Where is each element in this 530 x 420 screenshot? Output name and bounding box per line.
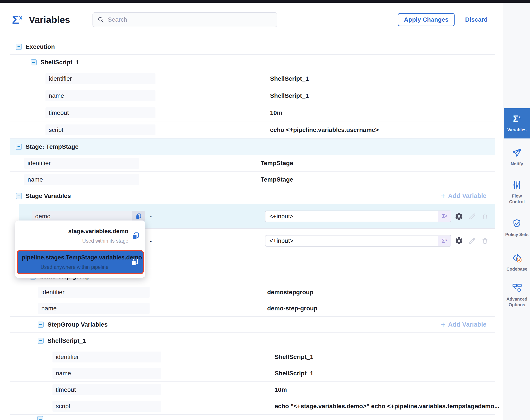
sg-name-label: name <box>38 303 149 314</box>
sigma-glyph: Σ <box>12 14 19 26</box>
sg-step-script-value: echo "<+stage.variables.demo>" echo <+pi… <box>275 403 499 410</box>
collapse-icon-stage-variables[interactable] <box>16 193 22 199</box>
sg-step-timeout-label: timeout <box>52 384 161 395</box>
tree-row-stepgroup-variables: StepGroup Variables + Add Variable <box>10 316 495 333</box>
nav-item-variables[interactable]: Σ x Variables <box>504 108 530 138</box>
sigma-glyph: Σ <box>513 114 518 123</box>
add-variable-label: Add Variable <box>448 192 486 199</box>
variable-row-actions <box>455 237 489 245</box>
trash-icon <box>481 237 489 245</box>
nav-item-advanced-options[interactable]: Advanced Options <box>504 279 530 312</box>
expression-option-pipeline-scope-selected[interactable]: pipeline.stages.TempStage.variables.demo… <box>17 250 144 274</box>
browser-top-strip <box>0 0 530 3</box>
expression-toggle-button[interactable]: Σ x <box>438 211 451 222</box>
expression-usage: Used anywhere within pipeline <box>22 264 128 270</box>
field-row-sg-identifier: identifier demostepgroup <box>10 284 495 300</box>
nav-item-policy-sets[interactable]: Policy Sets <box>504 211 530 244</box>
nav-item-notify[interactable]: Notify <box>504 144 530 170</box>
variable-edit-button[interactable] <box>468 212 476 221</box>
stepgroup-variables-label: StepGroup Variables <box>47 321 108 328</box>
variable-value-input[interactable]: <+input> Σ x <box>265 235 451 247</box>
add-variable-button-stage[interactable]: + Add Variable <box>441 192 486 200</box>
copy-icon <box>131 258 139 267</box>
tree-row-partial <box>10 415 495 420</box>
collapse-icon-partial[interactable] <box>37 416 43 420</box>
variable-name-input[interactable]: demo <box>32 211 145 222</box>
copy-variable-name-button[interactable] <box>132 211 145 222</box>
variable-row-actions <box>455 212 489 221</box>
expression-usage: Used within its stage <box>21 238 128 244</box>
nav-label-advanced-options: Advanced Options <box>504 296 530 308</box>
stage-variables-label: Stage Variables <box>26 193 71 199</box>
variable-value-text: <+input> <box>265 237 438 244</box>
sg-step-identifier-label: identifier <box>52 352 161 362</box>
variable-name-value: demo <box>32 213 132 220</box>
sg-identifier-value: demostepgroup <box>267 289 313 296</box>
search-icon <box>97 16 104 23</box>
codebase-warning-icon <box>512 253 522 263</box>
variable-settings-button[interactable] <box>455 237 463 245</box>
sg-step-name-value: ShellScript_1 <box>275 370 313 377</box>
execution-label: Execution <box>26 43 55 50</box>
variable-value-text: <+input> <box>265 213 438 220</box>
tree-row-shellscript1: ShellScript_1 <box>10 55 495 70</box>
tree-row-execution: Execution <box>10 39 495 55</box>
collapse-icon-shellscript1[interactable] <box>31 59 37 65</box>
paper-plane-icon <box>512 148 522 158</box>
field-row-sg-step-script: script echo "<+stage.variables.demo>" ec… <box>10 398 495 415</box>
sigma-glyph: Σ <box>442 213 445 219</box>
field-row-sg-step-identifier: identifier ShellScript_1 <box>10 349 495 365</box>
sg-step-name-label: name <box>52 368 161 379</box>
collapse-icon-execution[interactable] <box>16 44 22 50</box>
variable-delete-button[interactable] <box>481 237 489 245</box>
collapse-icon-stepgroup-variables[interactable] <box>38 322 44 328</box>
collapse-icon-stage[interactable] <box>16 144 22 150</box>
variable-delete-button[interactable] <box>481 213 489 220</box>
page-header: Σ x Variables Search Apply Changes Disca… <box>0 3 503 37</box>
stage-identifier-label: identifier <box>24 158 139 169</box>
plus-icon: + <box>441 321 445 329</box>
sliders-icon <box>512 180 522 190</box>
nav-item-flow-control[interactable]: Flow Control <box>504 176 530 209</box>
page-title: Variables <box>29 15 70 25</box>
tree-row-stage-tempstage: Stage: TempStage <box>10 138 495 155</box>
variable-settings-button[interactable] <box>455 212 463 221</box>
field-label-name: name <box>45 90 155 101</box>
advanced-options-icon <box>512 283 522 293</box>
field-row-identifier: identifier ShellScript_1 <box>10 70 495 87</box>
variables-sigma-icon: Σ x <box>513 114 521 123</box>
nav-item-codebase[interactable]: Codebase <box>504 248 530 276</box>
stage-identifier-value: TempStage <box>261 160 293 167</box>
nav-label-variables: Variables <box>506 127 527 133</box>
variables-sigma-icon: Σ x <box>12 14 22 26</box>
nav-label-codebase: Codebase <box>505 266 528 272</box>
copy-icon <box>135 213 142 220</box>
apply-changes-button[interactable]: Apply Changes <box>398 13 455 26</box>
search-input[interactable]: Search <box>92 12 277 27</box>
sigma-sub-glyph: x <box>19 15 22 20</box>
copy-expression-button[interactable] <box>132 232 140 240</box>
field-row-sg-step-timeout: timeout 10m <box>10 382 495 398</box>
expression-option-stage-scope[interactable]: stage.variables.demo Used within its sta… <box>15 221 145 249</box>
sg-step-identifier-value: ShellScript_1 <box>275 354 313 360</box>
field-value-script: echo <+pipeline.variables.username> <box>270 126 379 134</box>
sg-shellscript1-label: ShellScript_1 <box>47 337 86 344</box>
field-row-stage-name: name TempStage <box>10 171 495 188</box>
add-variable-button-stepgroup[interactable]: + Add Variable <box>441 321 486 329</box>
variable-required-dash: - <box>149 213 152 220</box>
discard-button[interactable]: Discard <box>465 16 487 23</box>
stage-header-label: Stage: TempStage <box>26 143 78 150</box>
expression-toggle-button[interactable]: Σ x <box>438 235 451 246</box>
search-placeholder: Search <box>108 16 127 23</box>
stage-name-label: name <box>24 174 139 185</box>
variable-edit-button[interactable] <box>468 237 476 245</box>
field-label-script: script <box>45 124 155 135</box>
field-row-sg-name: name demo-step-group <box>10 300 495 316</box>
copy-expression-button[interactable] <box>131 258 139 267</box>
variable-value-input[interactable]: <+input> Σ x <box>265 210 451 222</box>
right-sidebar: Σ x Variables Notify Flow Control Policy… <box>503 3 530 420</box>
sigma-sub-glyph: x <box>518 115 521 119</box>
collapse-icon-sg-shellscript1[interactable] <box>38 338 44 344</box>
nav-label-policy-sets: Policy Sets <box>504 232 530 237</box>
sg-step-timeout-value: 10m <box>275 386 287 393</box>
